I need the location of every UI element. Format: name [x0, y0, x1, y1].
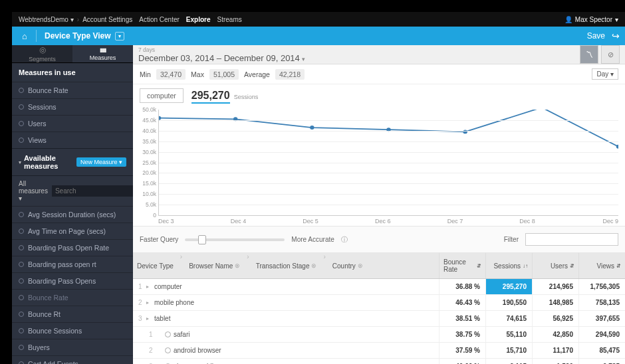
x-tick: Dec 9 — [592, 216, 618, 225]
measure-in-use[interactable]: Sessions — [12, 98, 133, 115]
nav-explore[interactable]: Explore — [186, 16, 211, 23]
column-header[interactable]: Browser Name⊗ — [185, 253, 244, 278]
expand-icon[interactable]: ▸ — [146, 300, 152, 306]
measure-dot-icon — [19, 137, 24, 143]
home-icon[interactable]: ⌂ — [17, 31, 32, 41]
tab-segments[interactable]: ◎ Segments — [12, 45, 72, 63]
column-header[interactable]: Sessions↓↑ — [485, 253, 532, 278]
granularity-select[interactable]: Day ▾ — [592, 68, 618, 80]
y-tick: 20.0k — [139, 169, 156, 176]
chevron-down-icon[interactable]: ▾ — [70, 16, 74, 23]
filter-input[interactable] — [525, 233, 618, 246]
search-input[interactable] — [52, 185, 133, 197]
measure-available[interactable]: Buyers — [12, 339, 133, 355]
column-header[interactable]: Views⇵ — [578, 253, 625, 278]
table-row[interactable]: 2android browser37.59 %15,71011,17085,47… — [133, 343, 625, 359]
measure-available[interactable]: Bounce Rate — [12, 289, 133, 306]
save-button[interactable]: Save — [587, 31, 605, 41]
measure-available[interactable]: Boarding Pass Opens — [12, 272, 133, 289]
chart-view-toggle[interactable]: 〽 — [580, 45, 598, 64]
segments-icon: ◎ — [39, 45, 46, 54]
page-title: Device Type View — [45, 31, 111, 41]
table-row[interactable]: 1safari38.75 %55,11042,850294,590 — [133, 327, 625, 343]
measure-dot-icon — [19, 121, 24, 126]
measure-available[interactable]: Cart Add Events — [12, 355, 133, 364]
table-row[interactable]: 3▾chrome mobile40.66 %2,1151,5209,785 — [133, 359, 625, 364]
y-tick: 15.0k — [139, 180, 156, 187]
y-tick: 0 — [139, 212, 156, 219]
close-icon[interactable]: ⊗ — [311, 262, 316, 269]
measure-dot-icon — [19, 262, 24, 267]
circle-icon — [165, 331, 171, 337]
measures-icon: ▮▮▮ — [100, 47, 106, 53]
date-range[interactable]: December 03, 2014 – December 09, 2014 — [138, 53, 300, 63]
y-tick: 45.0k — [139, 117, 156, 124]
measure-available[interactable]: Bounce Rt — [12, 306, 133, 322]
measure-available[interactable]: Boarding pass open rt — [12, 256, 133, 272]
x-tick: Dec 4 — [231, 216, 303, 225]
chevron-down-icon: ▾ — [615, 16, 618, 23]
max-label: Max — [191, 70, 204, 78]
measure-in-use[interactable]: Users — [12, 115, 133, 132]
sort-icon: ⇵ — [616, 263, 621, 269]
close-icon[interactable]: ⊗ — [358, 262, 363, 269]
sort-desc-icon: ↓↑ — [523, 263, 528, 269]
period-label: 7 days — [138, 46, 577, 53]
table-row[interactable]: 1▸computer36.88 %295,270214,9651,756,305 — [133, 279, 625, 295]
avg-label: Average — [244, 70, 270, 78]
measure-dot-icon — [19, 312, 24, 317]
x-tick: Dec 5 — [303, 216, 375, 225]
new-measure-button[interactable]: New Measure ▾ — [76, 157, 126, 167]
sort-icon: ⇵ — [570, 263, 574, 269]
measure-available[interactable]: Avg Session Duration (secs) — [12, 206, 133, 223]
line-chart-icon: 〽 — [586, 50, 593, 58]
table-row[interactable]: 2▸mobile phone46.43 %190,550148,985758,1… — [133, 295, 625, 311]
max-value: 51,005 — [209, 69, 239, 80]
measure-dot-icon — [19, 212, 24, 217]
column-header[interactable]: Country⊗ — [328, 253, 367, 278]
measure-in-use[interactable]: Views — [12, 132, 133, 148]
measure-dot-icon — [19, 104, 24, 110]
chevron-down-icon: ▾ — [19, 159, 21, 165]
selected-value: 295,270 — [191, 90, 230, 104]
expand-icon[interactable]: ▸ — [146, 284, 152, 290]
brand[interactable]: WebtrendsDemo — [19, 16, 68, 23]
measure-dot-icon — [19, 245, 24, 250]
nav-account-settings[interactable]: Account Settings — [82, 16, 132, 23]
nav-streams[interactable]: Streams — [217, 16, 242, 23]
measure-available[interactable]: Boarding Pass Open Rate — [12, 239, 133, 256]
svg-point-2 — [310, 126, 314, 130]
column-header[interactable]: Transaction Stage⊗ — [252, 253, 321, 278]
measure-available[interactable]: Avg Time on Page (secs) — [12, 223, 133, 239]
min-label: Min — [140, 70, 151, 78]
expand-icon[interactable]: ▸ — [146, 316, 152, 321]
measure-filter[interactable]: All measures ▾ — [19, 180, 48, 202]
selected-dimension[interactable]: computer — [140, 88, 184, 103]
y-tick: 50.0k — [139, 106, 156, 113]
measure-dot-icon — [19, 328, 24, 333]
measure-in-use[interactable]: Bounce Rate — [12, 82, 133, 98]
disable-toggle[interactable]: ⊘ — [601, 45, 620, 64]
y-tick: 5.0k — [139, 201, 156, 208]
nav-action-center[interactable]: Action Center — [139, 16, 180, 23]
chevron-down-icon[interactable]: ▾ — [302, 56, 305, 62]
sort-icon: ⇵ — [477, 263, 481, 269]
y-tick: 35.0k — [139, 138, 156, 145]
measure-dot-icon — [19, 278, 24, 284]
column-header[interactable]: Device Type — [133, 253, 178, 278]
measure-available[interactable]: Bounce Sessions — [12, 322, 133, 339]
column-header[interactable]: Users⇵ — [532, 253, 578, 278]
x-tick: Dec 6 — [375, 216, 447, 225]
tab-measures[interactable]: ▮▮▮ Measures — [72, 45, 133, 63]
table-row[interactable]: 3▸tablet38.51 %74,61556,925397,655 — [133, 311, 625, 327]
close-icon[interactable]: ⊗ — [235, 262, 240, 269]
view-dropdown[interactable]: ▾ — [115, 32, 124, 41]
x-tick: Dec 3 — [158, 216, 231, 225]
user-menu[interactable]: 👤 Max Spector ▾ — [564, 16, 618, 23]
selected-metric: Sessions — [234, 94, 259, 100]
accuracy-slider[interactable] — [185, 238, 285, 241]
column-header[interactable]: Bounce Rate⇵ — [439, 253, 485, 278]
share-icon[interactable]: ↪ — [612, 31, 620, 41]
measure-dot-icon — [19, 295, 24, 300]
info-icon[interactable]: ⓘ — [341, 235, 348, 244]
